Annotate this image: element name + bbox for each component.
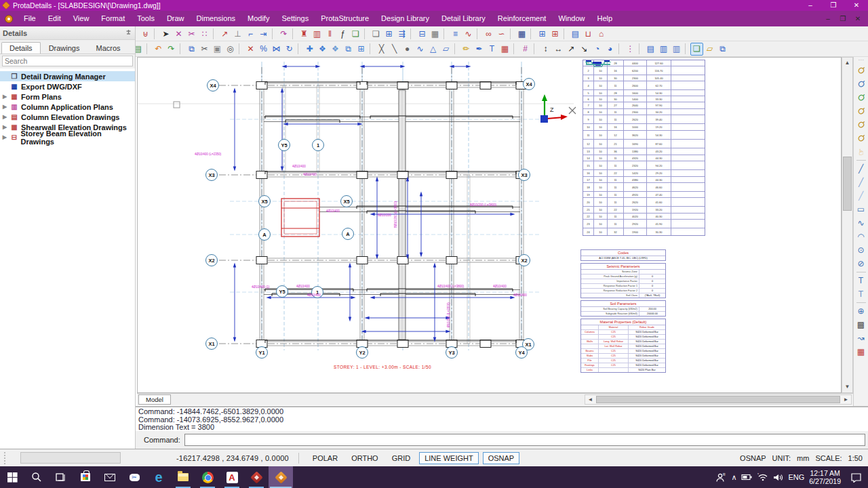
- construction-line-icon[interactable]: ╱: [855, 176, 867, 188]
- sidebar-item-export-dwg-dxf[interactable]: ▦Export DWG/DXF: [0, 81, 135, 92]
- chrome-icon[interactable]: [195, 466, 220, 488]
- pour-strip-icon[interactable]: ⊔: [582, 27, 595, 40]
- open-drawing-icon[interactable]: ▱: [703, 43, 716, 56]
- taskbar-search-button[interactable]: [24, 466, 49, 488]
- time-track-icon[interactable]: ◔: [591, 43, 604, 56]
- paste-icon[interactable]: ▣: [211, 43, 224, 56]
- window-close-button[interactable]: ✕: [845, 0, 868, 11]
- task-view-button[interactable]: [49, 466, 73, 488]
- array-2-icon[interactable]: ❖: [329, 43, 342, 56]
- doc-props-icon[interactable]: ▤: [644, 43, 657, 56]
- command-input[interactable]: [184, 434, 865, 446]
- mdi-restore-button[interactable]: ❐: [835, 15, 850, 22]
- zoom-object-icon[interactable]: ⊞: [355, 43, 368, 56]
- pan-icon[interactable]: ☞: [855, 146, 867, 158]
- scroll-up-arrow[interactable]: ▲: [842, 58, 852, 68]
- image-insert-icon[interactable]: ▦: [498, 43, 511, 56]
- building-1-icon[interactable]: ▥: [657, 43, 670, 56]
- battery-icon[interactable]: [741, 473, 753, 481]
- model-tab[interactable]: Model: [138, 394, 171, 405]
- toggle-polar[interactable]: POLAR: [308, 453, 342, 464]
- snap-grid-icon[interactable]: #: [519, 43, 532, 56]
- scale-percent-icon[interactable]: %: [257, 43, 270, 56]
- rectangle-icon[interactable]: ▭: [855, 203, 867, 216]
- text-icon[interactable]: T: [486, 43, 498, 56]
- pin-icon[interactable]: [125, 29, 132, 37]
- mail-icon[interactable]: [98, 466, 122, 488]
- cut-icon[interactable]: ✂: [198, 43, 211, 56]
- dark-table-icon[interactable]: ▦: [515, 27, 528, 40]
- lap-chain-icon[interactable]: ∞: [482, 27, 495, 40]
- menu-dimensions[interactable]: Dimensions: [191, 11, 241, 26]
- copy-icon[interactable]: ⧉: [185, 43, 198, 56]
- bar-marks-icon[interactable]: ∷: [198, 27, 211, 40]
- wave-bar-icon[interactable]: ∿: [462, 27, 475, 40]
- menu-window[interactable]: Window: [552, 11, 591, 26]
- taskbar-clock[interactable]: 12:17 AM 6/27/2019: [809, 469, 841, 485]
- menu-tools[interactable]: Tools: [131, 11, 161, 26]
- new-drawing-icon[interactable]: ❏: [690, 43, 703, 56]
- store-icon[interactable]: [73, 466, 98, 488]
- menu-draw[interactable]: Draw: [161, 11, 191, 26]
- action-center-icon[interactable]: [844, 466, 868, 488]
- array-1-icon[interactable]: ❖: [316, 43, 329, 56]
- table-insert-icon[interactable]: ⊞: [382, 27, 395, 40]
- tab-macros[interactable]: Macros: [87, 42, 128, 54]
- beam-detail-icon[interactable]: ‖: [323, 27, 336, 40]
- toggle-grid[interactable]: GRID: [387, 453, 416, 464]
- image-icon[interactable]: ▦: [855, 346, 867, 358]
- dim-horizontal-icon[interactable]: ↔: [552, 43, 565, 56]
- menu-edit[interactable]: Edit: [42, 11, 67, 26]
- column-detail-icon[interactable]: ♜: [298, 27, 311, 40]
- ray-icon[interactable]: ╱: [855, 190, 867, 202]
- horizontal-scroll-thumb[interactable]: [596, 396, 840, 403]
- vertical-scroll-thumb[interactable]: [843, 157, 852, 211]
- table-edit-red-icon[interactable]: ⊞: [549, 27, 561, 40]
- delete-icon[interactable]: ✕: [244, 43, 257, 56]
- sphere-icon[interactable]: ●: [401, 43, 414, 56]
- tab-details[interactable]: Details: [1, 42, 41, 54]
- undo-icon[interactable]: ↶: [152, 43, 165, 56]
- line-icon[interactable]: ╱: [855, 163, 867, 175]
- menu-protastructure[interactable]: ProtaStructure: [315, 11, 375, 26]
- spline-icon[interactable]: ∿: [855, 217, 867, 229]
- leader-icon[interactable]: ↝: [855, 332, 867, 344]
- stirrup-double-icon[interactable]: ⊎: [139, 27, 152, 40]
- expand-arrow-icon[interactable]: ▶: [0, 114, 9, 120]
- dim-aligned-icon[interactable]: ↗: [565, 43, 578, 56]
- vertical-scrollbar[interactable]: ▲ ▼: [842, 57, 853, 393]
- building-2-icon[interactable]: ▥: [670, 43, 683, 56]
- redo-icon[interactable]: ↷: [165, 43, 178, 56]
- window-maximize-button[interactable]: ❐: [822, 0, 845, 11]
- volume-icon[interactable]: [773, 473, 783, 482]
- spline-icon[interactable]: ∿: [414, 43, 427, 56]
- save-copy-icon[interactable]: ⧉: [716, 43, 729, 56]
- sidebar-item-form-plans[interactable]: ▶▦Form Plans: [0, 92, 135, 102]
- menu-reinforcement[interactable]: Reinforcement: [492, 11, 553, 26]
- drawing-canvas[interactable]: ZX4X4X3X3X2X2X1X1Y1Y2Y3Y4Y51Y51X5X5AA4Ø1…: [137, 57, 842, 393]
- quantity-table-icon[interactable]: ▦: [429, 27, 441, 40]
- select-arrow-icon[interactable]: ➤: [159, 27, 172, 40]
- expand-arrow-icon[interactable]: ▶: [0, 124, 9, 130]
- osnap-status[interactable]: OSNAP: [740, 454, 766, 462]
- wall-detail-icon[interactable]: ▥: [311, 27, 323, 40]
- people-icon[interactable]: R: [715, 472, 726, 483]
- scroll-left-arrow[interactable]: ◄: [585, 396, 595, 403]
- sidebar-item-column-application-plans[interactable]: ▶▥Column Application Plans: [0, 102, 135, 112]
- circle-icon[interactable]: ⊙: [855, 244, 867, 256]
- file-explorer-icon[interactable]: [171, 466, 195, 488]
- menu-view[interactable]: View: [67, 11, 96, 26]
- arc-icon[interactable]: ◠: [855, 230, 867, 243]
- rotate-ccw-icon[interactable]: ↻: [283, 43, 296, 56]
- bar-pair-icon[interactable]: ∽: [495, 27, 508, 40]
- toggle-line-weight[interactable]: LINE WEIGHT: [419, 452, 479, 464]
- polygon-icon[interactable]: △: [427, 43, 439, 56]
- dim-vertical-icon[interactable]: ↕: [539, 43, 552, 56]
- copy-window-icon[interactable]: ⧉: [342, 43, 355, 56]
- mdi-minimize-button[interactable]: –: [821, 15, 835, 22]
- trim-bar-icon[interactable]: ✂: [185, 27, 198, 40]
- menu-settings[interactable]: Settings: [275, 11, 315, 26]
- hatch-icon[interactable]: ▩: [855, 319, 867, 331]
- move-icon[interactable]: ✚: [303, 43, 316, 56]
- pen-icon[interactable]: ✒: [473, 43, 486, 56]
